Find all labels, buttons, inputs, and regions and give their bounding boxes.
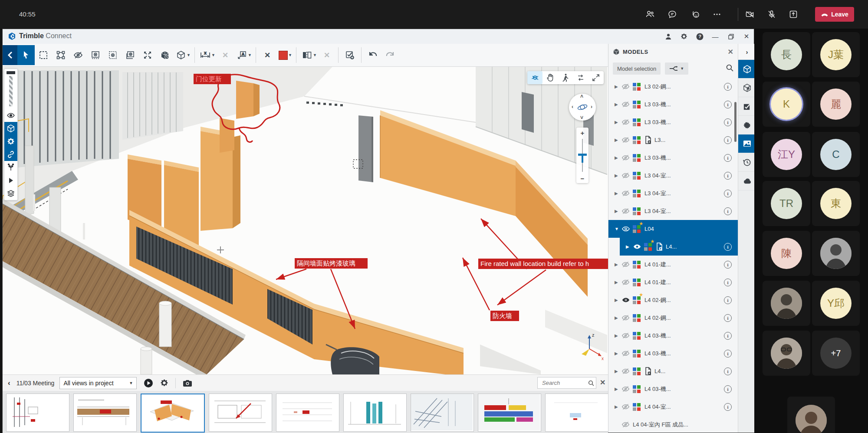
orbit-tool-button[interactable] — [527, 71, 542, 84]
section-plane-button[interactable] — [299, 45, 315, 65]
rotate-right-chevron[interactable]: › — [591, 104, 592, 110]
reactions-button[interactable] — [688, 7, 703, 22]
participant-tile[interactable] — [763, 331, 810, 376]
model-info-button[interactable]: i — [724, 350, 732, 358]
view-thumbnail-5[interactable] — [276, 394, 339, 432]
participant-tile[interactable] — [763, 281, 810, 326]
rotate-up-chevron[interactable]: ˄ — [580, 93, 583, 99]
link-mode-button[interactable] — [4, 148, 17, 161]
measure-tool-button[interactable]: x — [197, 45, 213, 65]
view-thumbnail-4[interactable] — [209, 394, 272, 432]
views-filter-dropdown[interactable]: All views in project ▼ — [59, 377, 137, 389]
model-info-button[interactable]: i — [724, 118, 732, 126]
model-row[interactable]: ▶L3...i — [608, 131, 738, 149]
fullscreen-button[interactable] — [588, 71, 603, 84]
participant-overflow-tile[interactable]: +7 — [812, 331, 860, 376]
settings-mode-button[interactable] — [4, 135, 17, 148]
section-plane-dropdown[interactable]: ▼ — [313, 53, 318, 57]
look-around-tool-button[interactable] — [573, 71, 588, 84]
zoom-in-button[interactable]: + — [576, 129, 589, 137]
settings-tab-button[interactable] — [738, 116, 756, 134]
markup-label-tool-button[interactable]: A — [234, 45, 250, 65]
models-search-button[interactable] — [726, 64, 733, 73]
hide-object-button[interactable] — [69, 45, 87, 65]
participant-tile[interactable] — [787, 397, 835, 433]
model-viewport[interactable]: z x 门位更新 隔间墙面贴烤漆玻璃 Fire rated wall locat… — [3, 67, 608, 374]
pan-tool-button[interactable] — [542, 71, 558, 84]
participant-tile[interactable]: C — [812, 132, 860, 177]
markup-color-dropdown[interactable]: ▼ — [288, 53, 293, 57]
participant-tile[interactable]: 陳 — [763, 231, 810, 276]
share-screen-button[interactable] — [786, 7, 801, 22]
model-info-button[interactable]: i — [724, 314, 732, 322]
participants-button[interactable] — [643, 7, 658, 22]
model-info-button[interactable]: i — [724, 83, 732, 91]
model-row[interactable]: ▶L3 02-鋼...i — [608, 78, 738, 95]
model-info-button[interactable]: i — [724, 101, 732, 108]
view-thumbnail-1[interactable] — [6, 394, 69, 432]
model-info-button[interactable]: i — [724, 296, 732, 304]
close-models-panel-button[interactable]: ✕ — [728, 48, 733, 56]
back-button[interactable] — [3, 45, 17, 65]
model-info-button[interactable]: i — [724, 279, 732, 286]
view-cube-dropdown[interactable]: ▼ — [187, 53, 192, 57]
model-info-button[interactable]: i — [724, 261, 732, 269]
model-row[interactable]: ▶L3 03-機...i — [608, 95, 738, 113]
model-row[interactable]: ▶L3 03-機...i — [608, 149, 738, 167]
model-row-visible[interactable]: ▶★L4 02-鋼...i — [608, 291, 738, 309]
create-todo-button[interactable] — [341, 45, 358, 65]
history-tab-button[interactable] — [738, 153, 756, 172]
close-window-button[interactable]: ✕ — [741, 31, 752, 42]
transform-tool-button[interactable] — [52, 45, 69, 65]
fit-to-view-button[interactable] — [139, 45, 156, 65]
camera-toggle-button[interactable] — [743, 7, 757, 22]
view-thumbnail-3-selected[interactable] — [141, 394, 205, 433]
orbit-ring-control[interactable]: ˄ ˅ ‹ › — [569, 94, 596, 121]
view-history-button[interactable] — [156, 45, 174, 65]
participant-tile[interactable]: TR — [763, 181, 810, 226]
model-row[interactable]: ▶L4 03-機...i — [608, 344, 738, 362]
view-cube-button[interactable] — [174, 45, 188, 65]
model-info-button[interactable]: i — [724, 367, 732, 375]
isolate-view-button[interactable] — [87, 45, 104, 65]
show-selection-only-button[interactable] — [104, 45, 122, 65]
transparency-slider[interactable] — [4, 69, 17, 109]
undo-button[interactable] — [364, 45, 381, 65]
mic-toggle-button[interactable] — [764, 7, 779, 22]
participant-tile[interactable]: 東 — [812, 181, 860, 226]
model-row[interactable]: ▶L4...i — [608, 362, 738, 380]
show-all-button[interactable] — [122, 45, 139, 65]
model-info-button[interactable]: i — [724, 243, 732, 251]
more-options-button[interactable] — [710, 7, 724, 22]
views-back-chevron[interactable]: ‹ — [8, 379, 10, 387]
settings-gear-button[interactable] — [678, 31, 690, 42]
capture-view-button[interactable] — [183, 379, 192, 387]
walk-tool-button[interactable] — [558, 71, 573, 84]
model-row[interactable]: ▶L4 02-鋼...i — [608, 309, 738, 327]
minimize-button[interactable]: — — [710, 31, 721, 42]
model-info-button[interactable]: i — [724, 136, 732, 144]
model-row-partial[interactable]: L4 04-室內 F區 成品... — [608, 416, 738, 433]
model-row[interactable]: ▶L3 04-室...i — [608, 167, 738, 184]
visibility-eye-button[interactable] — [4, 109, 17, 122]
account-button[interactable] — [663, 31, 674, 42]
leave-button[interactable]: Leave — [815, 7, 854, 22]
close-views-bar-button[interactable]: ✕ — [600, 378, 605, 387]
model-info-button[interactable]: i — [724, 403, 732, 411]
measure-dropdown[interactable]: ▼ — [211, 53, 217, 57]
model-row[interactable]: ▶L4 01-建...i — [608, 256, 738, 273]
model-row[interactable]: ▶L3 04-室...i — [608, 202, 738, 220]
model-row[interactable]: ▶L3 04-室...i — [608, 184, 738, 202]
model-row[interactable]: ▶L4 03-機...i — [608, 327, 738, 344]
participant-tile[interactable] — [812, 231, 860, 276]
cloud-tab-button[interactable] — [738, 172, 756, 190]
model-row[interactable]: ▶L4 04-室...i — [608, 398, 738, 416]
participant-tile[interactable]: J葉 — [812, 32, 860, 77]
model-row[interactable]: ▶L3 03-機...i — [608, 113, 738, 131]
objects-tab-button[interactable] — [738, 79, 756, 97]
rotate-down-chevron[interactable]: ˅ — [580, 115, 583, 121]
tree-filter-button[interactable] — [4, 161, 17, 174]
delete-markup-button[interactable]: ✕ — [259, 45, 276, 65]
play-walkthrough-button[interactable] — [4, 174, 17, 187]
merge-branch-button[interactable]: ▼ — [665, 62, 688, 75]
